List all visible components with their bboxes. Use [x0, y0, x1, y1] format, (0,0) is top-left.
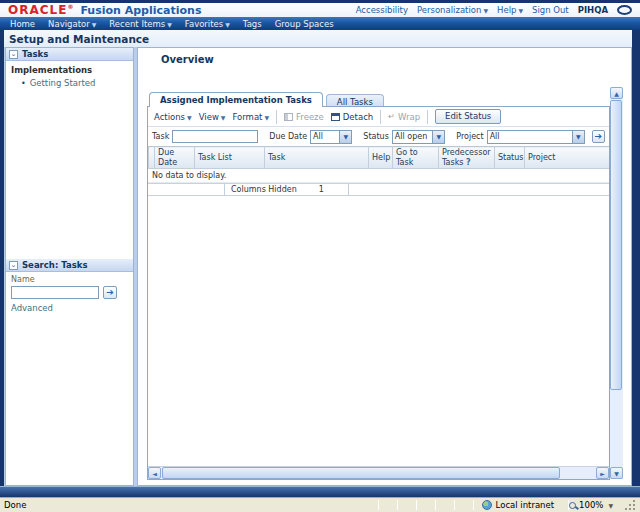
view-menu[interactable]: View▼	[199, 112, 226, 122]
help-question-icon[interactable]: ?	[466, 158, 471, 167]
status-select[interactable]: All open▼	[392, 130, 445, 144]
collapse-icon[interactable]: ⌄	[9, 261, 18, 270]
col-task[interactable]: Task	[265, 147, 369, 169]
resize-grip[interactable]	[625, 500, 636, 511]
overview-heading: Overview	[161, 54, 214, 65]
collapse-icon[interactable]: ⌄	[9, 50, 18, 59]
search-panel-header[interactable]: ⌄ Search: Tasks	[6, 259, 133, 272]
top-banner: ORACLE® Fusion Applications Accessibilit…	[0, 3, 640, 17]
chevron-down-icon: ▼	[483, 7, 488, 14]
scroll-right-icon[interactable]: ►	[596, 467, 609, 479]
horizontal-scroll-track[interactable]	[560, 467, 596, 479]
nav-recent-items[interactable]: Recent Items▼	[109, 19, 171, 29]
vertical-scrollbar[interactable]: ▲ ▼	[610, 87, 623, 479]
chevron-down-icon: ▼	[432, 131, 444, 143]
page-title-bar: Setup and Maintenance	[4, 30, 632, 47]
chevron-down-icon: ▼	[92, 21, 97, 28]
toolbar-separator	[380, 110, 381, 124]
nav-tags[interactable]: Tags	[243, 19, 262, 29]
columns-hidden-label: Columns Hidden	[231, 185, 297, 194]
tasks-table: Due Date Task List Task Help Go to Task …	[148, 146, 609, 169]
nav-favorites[interactable]: Favorites▼	[185, 19, 230, 29]
col-go-to-task[interactable]: Go to Task	[393, 147, 439, 169]
zoom-level: 100%	[579, 500, 603, 510]
chevron-down-icon: ▼	[221, 114, 226, 121]
chevron-down-icon: ▼	[187, 114, 192, 121]
table-footer: Columns Hidden 1	[148, 183, 609, 196]
logged-in-user: PIHQA	[578, 5, 608, 15]
col-task-list[interactable]: Task List	[195, 147, 265, 169]
chevron-down-icon: ▼	[339, 131, 351, 143]
nav-group-spaces[interactable]: Group Spaces	[275, 19, 334, 29]
footer-separator	[348, 184, 349, 195]
col-due-date[interactable]: Due Date	[155, 147, 195, 169]
nav-home[interactable]: Home	[10, 19, 35, 29]
statusbar-separator	[454, 500, 455, 510]
status-filter-label: Status	[363, 132, 389, 141]
nav-navigator[interactable]: Navigator▼	[48, 19, 96, 29]
help-menu[interactable]: Help▼	[497, 5, 523, 15]
global-navbar: Home Navigator▼ Recent Items▼ Favorites▼…	[0, 17, 640, 30]
status-bar: Done Local intranet 100% ▼	[0, 497, 640, 512]
chevron-down-icon: ▼	[572, 131, 584, 143]
left-accordion-panel: ⌄ Tasks Implementations • Getting Starte…	[5, 47, 134, 486]
statusbar-separator	[378, 500, 379, 510]
columns-hidden-count: 1	[319, 185, 324, 194]
actions-menu[interactable]: Actions▼	[154, 112, 192, 122]
advanced-search-link[interactable]: Advanced	[11, 303, 128, 313]
col-status[interactable]: Status	[495, 147, 525, 169]
format-menu[interactable]: Format▼	[232, 112, 269, 122]
vertical-scroll-thumb[interactable]	[610, 100, 622, 390]
footer-separator	[224, 184, 225, 195]
chevron-down-icon: ▼	[167, 21, 172, 28]
personalization-menu[interactable]: Personalization▼	[417, 5, 488, 15]
implementations-group-label: Implementations	[11, 65, 128, 75]
accessibility-link[interactable]: Accessibility	[356, 5, 408, 15]
horizontal-scroll-thumb[interactable]	[162, 467, 560, 479]
detach-button[interactable]: Detach	[331, 112, 373, 122]
window-bottom-chrome	[0, 486, 640, 497]
due-date-filter-label: Due Date	[269, 132, 307, 141]
project-filter-label: Project	[456, 132, 483, 141]
due-date-select[interactable]: All▼	[310, 130, 352, 144]
oracle-o-icon	[617, 5, 632, 15]
wrap-button: ↵Wrap	[388, 112, 420, 122]
task-filter-input[interactable]	[172, 130, 258, 143]
tab-assigned-implementation-tasks[interactable]: Assigned Implementation Tasks	[149, 92, 323, 107]
table-toolbar: Actions▼ View▼ Format▼ Freeze Detach ↵Wr…	[148, 107, 609, 127]
col-predecessor-tasks[interactable]: Predecessor Tasks ?	[439, 147, 495, 169]
product-title: Fusion Applications	[80, 4, 201, 17]
status-text: Done	[4, 500, 360, 510]
zone-label: Local intranet	[496, 500, 554, 510]
scroll-left-icon[interactable]: ◄	[148, 467, 161, 479]
chevron-down-icon: ▼	[225, 21, 230, 28]
zoom-control[interactable]: 100% ▼	[569, 500, 613, 510]
statusbar-separator	[473, 500, 474, 510]
search-name-input[interactable]	[11, 286, 99, 299]
filter-go-button[interactable]: ➔	[592, 130, 605, 143]
scroll-up-icon[interactable]: ▲	[610, 87, 623, 99]
statusbar-separator	[397, 500, 398, 510]
detach-icon	[331, 113, 340, 121]
col-project[interactable]: Project	[525, 147, 610, 169]
tasks-panel-header[interactable]: ⌄ Tasks	[6, 48, 133, 61]
col-help[interactable]: Help	[369, 147, 393, 169]
scroll-down-icon[interactable]: ▼	[610, 467, 623, 479]
wrap-icon: ↵	[388, 112, 395, 121]
getting-started-link[interactable]: Getting Started	[30, 78, 96, 88]
table-scroll-viewport: Due Date Task List Task Help Go to Task …	[148, 146, 609, 169]
project-select[interactable]: All▼	[487, 130, 585, 144]
magnifier-icon	[569, 502, 576, 509]
tasks-panel-title: Tasks	[22, 49, 48, 59]
search-panel-title: Search: Tasks	[22, 260, 87, 270]
search-go-button[interactable]: ➔	[103, 286, 117, 299]
name-field-label: Name	[11, 275, 128, 284]
edit-status-button[interactable]: Edit Status	[435, 109, 501, 124]
sign-out-link[interactable]: Sign Out	[532, 5, 569, 15]
horizontal-scrollbar[interactable]: ◄ ►	[148, 466, 609, 479]
globe-icon	[482, 500, 492, 510]
oracle-logo: ORACLE®	[8, 3, 74, 17]
tasks-table-region: Actions▼ View▼ Format▼ Freeze Detach ↵Wr…	[147, 106, 610, 480]
empty-table-message: No data to display.	[148, 169, 609, 183]
tab-strip: Assigned Implementation Tasks All Tasks	[149, 92, 384, 107]
